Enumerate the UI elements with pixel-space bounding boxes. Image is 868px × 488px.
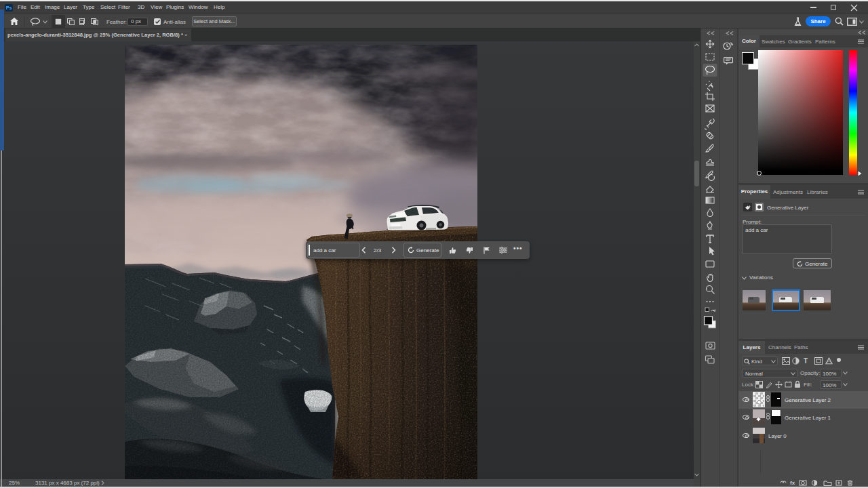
svg-text:fx: fx xyxy=(790,480,795,486)
